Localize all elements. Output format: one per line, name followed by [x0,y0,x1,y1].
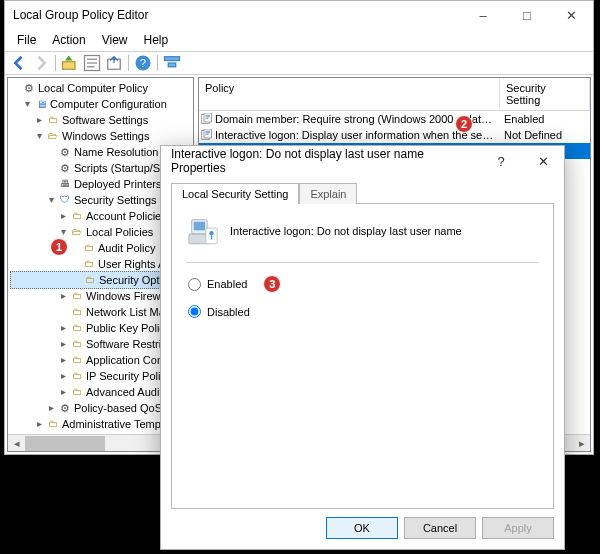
policy-row-setting: Enabled [500,113,590,125]
svg-rect-0 [63,62,76,70]
scroll-right-icon[interactable]: ▸ [573,435,590,452]
menu-view[interactable]: View [96,31,134,49]
window-title: Local Group Policy Editor [13,8,461,22]
folder-icon [46,114,60,126]
up-button[interactable] [60,54,80,72]
folder-icon [70,210,84,222]
svg-text:?: ? [140,57,146,69]
policy-row-setting: Not Defined [500,129,590,141]
dialog-button-bar: OK Cancel Apply [161,509,564,549]
dialog-title: Interactive logon: Do not display last u… [171,147,480,175]
properties-button[interactable] [82,54,102,72]
tab-local-security-setting[interactable]: Local Security Setting [171,183,299,204]
folder-icon [70,290,84,302]
col-setting[interactable]: Security Setting [500,78,590,110]
callout-badge-1: 1 [50,238,68,256]
svg-point-22 [209,231,213,235]
tab-explain[interactable]: Explain [299,183,357,204]
ok-button[interactable]: OK [326,517,398,539]
policy-icon [58,146,72,158]
menu-file[interactable]: File [11,31,42,49]
menu-help[interactable]: Help [138,31,175,49]
radio-enabled-row[interactable]: Enabled 3 [188,275,539,293]
policy-properties-dialog: Interactive logon: Do not display last u… [160,145,565,550]
folder-icon [82,258,96,270]
dialog-help-button[interactable]: ? [480,154,522,169]
computer-icon [34,98,48,110]
folder-icon [70,354,84,366]
callout-badge-2: 2 [455,115,473,133]
export-button[interactable] [104,54,124,72]
radio-disabled-label: Disabled [207,306,250,318]
dialog-tabstrip: Local Security Setting Explain [171,182,554,203]
dialog-close-button[interactable]: ✕ [522,154,564,169]
policy-icon [22,82,36,94]
scroll-left-icon[interactable]: ◂ [8,435,25,452]
minimize-button[interactable]: – [461,1,505,29]
col-policy[interactable]: Policy [199,78,500,110]
shield-icon [58,194,72,206]
callout-badge-3: 3 [263,275,281,293]
help-button[interactable]: ? [133,54,153,72]
dialog-titlebar[interactable]: Interactive logon: Do not display last u… [161,146,564,176]
apply-button[interactable]: Apply [482,517,554,539]
svg-rect-20 [194,222,205,231]
tree-software-settings[interactable]: ▸Software Settings [10,112,193,128]
tree-computer-config[interactable]: ▾Computer Configuration [10,96,193,112]
folder-open-icon [70,226,84,238]
policy-icon [58,402,72,414]
dialog-policy-name: Interactive logon: Do not display last u… [230,225,462,237]
svg-rect-9 [168,63,176,67]
svg-rect-8 [165,57,180,61]
toolbar: ? [5,51,593,75]
list-header[interactable]: Policy Security Setting [199,78,590,111]
filter-button[interactable] [162,54,182,72]
folder-icon [70,370,84,382]
forward-button[interactable] [31,54,51,72]
printer-icon [58,178,72,190]
policy-row[interactable]: Interactive logon: Display user informat… [199,127,590,143]
folder-icon [70,306,84,318]
tree-root[interactable]: Local Computer Policy [10,80,193,96]
folder-icon [82,242,96,254]
policy-row-icon [199,129,215,141]
cancel-button[interactable]: Cancel [404,517,476,539]
folder-icon [70,386,84,398]
folder-icon [70,338,84,350]
menu-action[interactable]: Action [46,31,91,49]
radio-enabled[interactable] [188,278,201,291]
tree-windows-settings[interactable]: ▾Windows Settings [10,128,193,144]
folder-icon [46,418,60,430]
policy-icon [58,162,72,174]
folder-open-icon [46,130,60,142]
policy-large-icon [186,214,220,248]
titlebar[interactable]: Local Group Policy Editor – □ ✕ [5,1,593,29]
menubar: File Action View Help [5,29,593,51]
back-button[interactable] [9,54,29,72]
radio-enabled-label: Enabled [207,278,247,290]
svg-rect-11 [204,113,212,122]
svg-rect-13 [204,129,212,138]
policy-row[interactable]: Domain member: Require strong (Windows 2… [199,111,590,127]
radio-disabled[interactable] [188,305,201,318]
tab-panel: Interactive logon: Do not display last u… [171,203,554,509]
folder-icon [83,274,97,286]
close-button[interactable]: ✕ [549,1,593,29]
radio-disabled-row[interactable]: Disabled [188,305,539,318]
folder-icon [70,322,84,334]
policy-row-icon [199,113,215,125]
maximize-button[interactable]: □ [505,1,549,29]
